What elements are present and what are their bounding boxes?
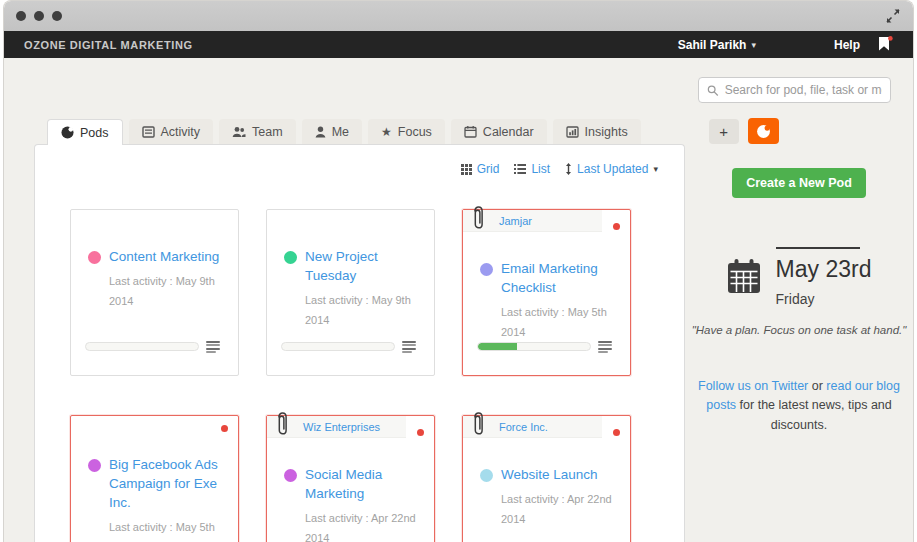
- search-input[interactable]: [725, 83, 882, 97]
- sort-dropdown[interactable]: Last Updated ▾: [565, 162, 658, 176]
- sort-arrows-icon: [565, 163, 572, 175]
- tab-bar: Pods Activity Team Me ★: [34, 118, 913, 144]
- promo-text: Follow us on Twitter or read our blog po…: [693, 377, 905, 435]
- browser-chrome: [4, 1, 913, 31]
- tab-me[interactable]: Me: [302, 119, 362, 144]
- pod-title-link[interactable]: Social Media Marketing: [305, 466, 422, 504]
- divider: [776, 247, 860, 249]
- alert-dot: [613, 429, 620, 436]
- alert-dot: [221, 425, 228, 432]
- pod-card-social-media-marketing[interactable]: Wiz Enterprises Social Media Marketing L…: [266, 415, 435, 542]
- pod-last-activity: Last activity : May 5th 2014: [501, 303, 618, 343]
- pod-title-link[interactable]: Email Marketing Checklist: [501, 260, 618, 298]
- app-header: OZONE DIGITAL MARKETING Sahil Parikh ▾ H…: [4, 31, 913, 58]
- pod-title-link[interactable]: Content Marketing: [109, 248, 226, 267]
- tab-insights[interactable]: Insights: [553, 119, 641, 144]
- pod-color-dot: [284, 251, 297, 264]
- pod-title-link[interactable]: Website Launch: [501, 466, 618, 485]
- pod-progress-bar: [281, 342, 395, 351]
- pod-last-activity: Last activity : May 9th 2014: [109, 272, 226, 312]
- pod-title-link[interactable]: Big Facebook Ads Campaign for Exe Inc.: [109, 456, 226, 513]
- tab-activity[interactable]: Activity: [129, 119, 214, 144]
- pod-color-dot: [480, 263, 493, 276]
- help-link[interactable]: Help: [834, 38, 860, 52]
- search-icon: [707, 84, 719, 97]
- today-weekday: Friday: [776, 291, 872, 307]
- alert-dot: [417, 429, 424, 436]
- pod-card-website-launch[interactable]: Force Inc. Website Launch Last activity …: [462, 415, 631, 542]
- window-control-dot[interactable]: [52, 11, 62, 21]
- pod-last-activity: Last activity : May 9th 2014: [305, 291, 422, 331]
- create-new-pod-button[interactable]: Create a New Pod: [732, 168, 866, 198]
- pod-last-activity: Last activity : Apr 22nd 2014: [305, 509, 422, 542]
- alert-dot: [613, 223, 620, 230]
- star-icon: ★: [381, 125, 392, 139]
- right-sidebar: Create a New Pod: [685, 144, 913, 542]
- add-tab-button[interactable]: +: [709, 119, 739, 144]
- tab-calendar[interactable]: Calendar: [451, 119, 547, 144]
- pods-panel: Grid List Last Updated ▾: [34, 144, 685, 542]
- chevron-down-icon: ▾: [751, 40, 756, 50]
- bookmark-notification-icon[interactable]: [878, 36, 893, 56]
- pod-title-link[interactable]: New Project Tuesday: [305, 248, 422, 286]
- paperclip-icon: [274, 410, 291, 443]
- user-menu[interactable]: Sahil Parikh ▾: [678, 38, 756, 52]
- calendar-large-icon: [727, 259, 761, 307]
- tab-team[interactable]: Team: [219, 119, 296, 144]
- pod-progress-bar: [85, 342, 199, 351]
- pod-card-content-marketing[interactable]: Content Marketing Last activity : May 9t…: [70, 209, 239, 376]
- today-widget: May 23rd Friday: [685, 247, 913, 307]
- pod-last-activity: Last activity : Apr 22nd 2014: [501, 490, 618, 530]
- team-icon: [232, 126, 246, 138]
- pod-color-dot: [88, 251, 101, 264]
- today-date: May 23rd: [776, 256, 872, 283]
- pods-grid: Content Marketing Last activity : May 9t…: [35, 176, 684, 542]
- task-list-icon[interactable]: [598, 341, 612, 354]
- grid-view-button[interactable]: Grid: [461, 162, 500, 176]
- paperclip-icon: [470, 204, 487, 237]
- brightpod-orange-button[interactable]: [748, 118, 779, 144]
- expand-icon[interactable]: [885, 8, 901, 24]
- bar-chart-icon: [566, 126, 579, 138]
- task-list-icon[interactable]: [402, 341, 416, 354]
- list-view-button[interactable]: List: [514, 162, 550, 176]
- paperclip-icon: [470, 410, 487, 443]
- task-list-icon[interactable]: [206, 341, 220, 354]
- calendar-icon: [464, 125, 477, 138]
- window-controls[interactable]: [16, 11, 62, 21]
- list-icon: [514, 164, 526, 174]
- pod-card-email-marketing-checklist[interactable]: Jamjar Email Marketing Checklist Last ac…: [462, 209, 631, 376]
- grid-icon: [461, 164, 472, 175]
- daily-quote: "Have a plan. Focus on one task at hand.…: [685, 324, 913, 336]
- pod-color-dot: [480, 469, 493, 482]
- pod-icon-white: [756, 124, 771, 139]
- chevron-down-icon: ▾: [653, 164, 658, 174]
- page-body: Pods Activity Team Me ★: [4, 58, 913, 542]
- browser-window: OZONE DIGITAL MARKETING Sahil Parikh ▾ H…: [3, 0, 914, 542]
- pod-last-activity: Last activity : May 5th 2014: [109, 518, 226, 542]
- user-name: Sahil Parikh: [678, 38, 747, 52]
- tab-pods[interactable]: Pods: [47, 119, 123, 145]
- search-box[interactable]: [698, 77, 891, 103]
- view-toolbar: Grid List Last Updated ▾: [35, 145, 684, 176]
- tab-focus[interactable]: ★ Focus: [368, 119, 445, 144]
- activity-icon: [142, 126, 155, 138]
- pod-card-big-facebook-ads[interactable]: Big Facebook Ads Campaign for Exe Inc. L…: [70, 415, 239, 542]
- workspace-title: OZONE DIGITAL MARKETING: [24, 39, 193, 51]
- person-icon: [315, 126, 326, 138]
- pod-color-dot: [284, 469, 297, 482]
- twitter-link[interactable]: Follow us on Twitter: [698, 379, 808, 393]
- pod-card-new-project-tuesday[interactable]: New Project Tuesday Last activity : May …: [266, 209, 435, 376]
- pod-color-dot: [88, 459, 101, 472]
- window-control-dot[interactable]: [34, 11, 44, 21]
- window-control-dot[interactable]: [16, 11, 26, 21]
- pod-progress-bar: [477, 342, 591, 351]
- pod-icon: [61, 126, 74, 139]
